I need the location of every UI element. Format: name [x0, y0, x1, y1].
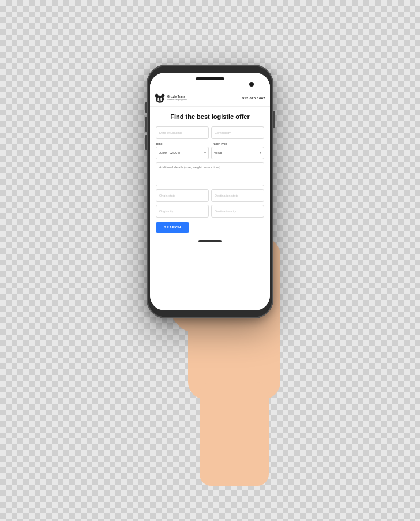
mute-button — [145, 102, 147, 113]
main-scene: Grizzly Trans Networking logistics 312 6… — [95, 36, 325, 486]
time-dropdown-icon: ▾ — [204, 151, 206, 155]
app-header: Grizzly Trans Networking logistics 312 6… — [150, 90, 270, 107]
time-select[interactable]: 00:00 - 02:00 o ▾ — [156, 147, 209, 159]
city-row: Origin city Destination city — [156, 205, 264, 218]
app-main: Find the best logistic offer Date of Loa… — [150, 107, 270, 237]
date-of-loading-input[interactable]: Date of Loading — [156, 126, 209, 139]
home-indicator — [198, 240, 222, 242]
time-group: Time 00:00 - 02:00 o ▾ — [156, 142, 209, 159]
svg-point-6 — [160, 97, 162, 98]
phone-device: Grizzly Trans Networking logistics 312 6… — [147, 65, 273, 318]
search-button-container: SEARCH — [156, 220, 264, 233]
volume-up-button — [145, 117, 147, 132]
destination-city-input[interactable]: Destination city — [211, 205, 264, 218]
brand-text: Grizzly Trans Networking logistics — [167, 95, 187, 102]
details-wrapper — [156, 162, 264, 186]
trailer-dropdown-icon: ▾ — [260, 151, 261, 155]
additional-details-input[interactable] — [156, 162, 264, 186]
bear-logo-icon — [155, 93, 165, 103]
volume-down-button — [145, 135, 147, 150]
phone-screen: Grizzly Trans Networking logistics 312 6… — [150, 73, 270, 310]
commodity-input[interactable]: Commodity — [211, 126, 264, 139]
svg-point-7 — [159, 100, 161, 101]
brand-area: Grizzly Trans Networking logistics — [155, 93, 187, 103]
trailer-group: Trailer Type Volvo ▾ — [211, 142, 264, 159]
front-camera — [249, 82, 254, 87]
page-title: Find the best logistic offer — [156, 113, 264, 121]
state-row: Origin state Destination state — [156, 189, 264, 202]
date-commodity-row: Date of Loading Commodity — [156, 126, 264, 139]
trailer-select[interactable]: Volvo ▾ — [211, 147, 264, 159]
origin-city-input[interactable]: Origin city — [156, 205, 209, 218]
search-button[interactable]: SEARCH — [156, 222, 189, 233]
screen-content: Grizzly Trans Networking logistics 312 6… — [150, 73, 270, 310]
phone-number: 312 620 1667 — [242, 96, 265, 100]
power-button — [273, 111, 275, 128]
speaker — [196, 77, 224, 80]
svg-point-5 — [158, 97, 159, 98]
svg-rect-14 — [200, 382, 269, 486]
time-trailer-row: Time 00:00 - 02:00 o ▾ Trailer Type Volv… — [156, 142, 264, 159]
destination-state-input[interactable]: Destination state — [211, 189, 264, 202]
origin-state-input[interactable]: Origin state — [156, 189, 209, 202]
